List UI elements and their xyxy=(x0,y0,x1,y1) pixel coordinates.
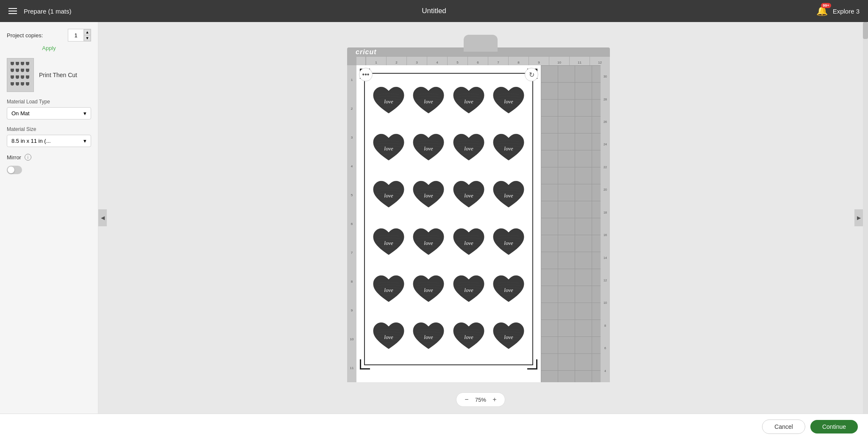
more-options-button[interactable]: ••• xyxy=(359,68,373,81)
material-load-type-dropdown[interactable]: On Mat ▾ xyxy=(7,107,91,119)
zoom-in-button[interactable]: + xyxy=(490,395,500,405)
heart-item: love xyxy=(490,173,527,218)
mat-preview-row: Print Then Cut xyxy=(7,58,91,92)
continue-button[interactable]: Continue xyxy=(810,420,858,433)
document-title: Untitled xyxy=(422,7,446,15)
cancel-button[interactable]: Cancel xyxy=(762,420,805,434)
mat-container: cricut 1 2 3 4 5 6 7 xyxy=(98,22,863,414)
chevron-down-icon: ▾ xyxy=(83,110,86,117)
mirror-row: Mirror i xyxy=(7,154,91,161)
header: Prepare (1 mats) Untitled 🔔 99+ Explore … xyxy=(0,0,868,22)
heart-item: love xyxy=(410,220,447,265)
copies-input[interactable] xyxy=(68,29,83,41)
mat-white-area: ••• ↻ love xyxy=(356,65,541,382)
heart-item: love xyxy=(410,126,447,170)
heart-item: love xyxy=(410,173,447,218)
material-load-type-section: Material Load Type On Mat ▾ xyxy=(7,99,91,126)
project-copies-row: Project copies: ▲ ▼ xyxy=(7,29,91,42)
material-size-label: Material Size xyxy=(7,126,91,132)
svg-text:love: love xyxy=(464,98,473,104)
svg-text:love: love xyxy=(424,146,434,152)
heart-item: love xyxy=(370,315,407,359)
heart-item: love xyxy=(490,79,527,123)
toggle-knob xyxy=(8,167,14,173)
heart-item: love xyxy=(450,267,487,312)
material-load-type-label: Material Load Type xyxy=(7,99,91,105)
heart-item: love xyxy=(370,79,407,123)
heart-item: love xyxy=(450,220,487,265)
heart-item: love xyxy=(370,126,407,170)
svg-text:love: love xyxy=(504,98,513,104)
svg-text:love: love xyxy=(424,193,434,199)
svg-text:love: love xyxy=(464,240,473,246)
svg-text:love: love xyxy=(384,98,393,104)
mat-body: cricut 1 2 3 4 5 6 7 xyxy=(347,47,610,382)
ruler-top: 1 2 3 4 5 6 7 8 9 10 11 xyxy=(356,57,610,65)
heart-item: love xyxy=(450,79,487,123)
project-copies-label: Project copies: xyxy=(7,32,43,39)
svg-text:love: love xyxy=(424,98,434,104)
header-right: 🔔 99+ Explore 3 xyxy=(816,6,860,17)
hearts-grid: love love love xyxy=(365,74,532,364)
copies-down-arrow[interactable]: ▼ xyxy=(84,35,91,41)
mirror-toggle[interactable] xyxy=(7,166,22,174)
chevron-down-icon-size: ▾ xyxy=(83,138,86,144)
print-area: ••• ↻ love xyxy=(364,73,533,365)
heart-item: love xyxy=(490,220,527,265)
heart-item: love xyxy=(410,315,447,359)
refresh-button[interactable]: ↻ xyxy=(525,68,538,81)
svg-text:love: love xyxy=(464,193,473,199)
svg-text:love: love xyxy=(384,334,393,340)
heart-item: love xyxy=(410,267,447,312)
svg-text:love: love xyxy=(424,240,434,246)
apply-button[interactable]: Apply xyxy=(7,45,91,51)
right-scrollbar[interactable] xyxy=(863,22,868,414)
heart-item: love xyxy=(450,173,487,218)
corner-bl xyxy=(360,359,370,370)
cricut-mat: cricut 1 2 3 4 5 6 7 xyxy=(347,35,614,382)
menu-icon[interactable] xyxy=(8,8,17,14)
notification-bell[interactable]: 🔔 99+ xyxy=(816,6,828,17)
mirror-label: Mirror xyxy=(7,154,21,161)
heart-item: love xyxy=(490,267,527,312)
svg-text:love: love xyxy=(384,287,393,293)
copies-up-arrow[interactable]: ▲ xyxy=(84,29,91,35)
corner-br xyxy=(527,359,537,370)
mat-gray-area xyxy=(541,65,610,382)
zoom-level: 75% xyxy=(475,397,486,403)
material-size-dropdown[interactable]: 8.5 in x 11 in (... ▾ xyxy=(7,135,91,147)
ruler-side: 1 2 3 4 5 6 7 8 9 10 11 xyxy=(347,65,356,382)
notification-badge: 99+ xyxy=(821,3,831,8)
main-content: Project copies: ▲ ▼ Apply xyxy=(0,22,868,414)
gray-grid xyxy=(541,65,610,382)
svg-text:love: love xyxy=(384,240,393,246)
material-size-section: Material Size 8.5 in x 11 in (... ▾ xyxy=(7,126,91,147)
svg-text:love: love xyxy=(504,287,513,293)
heart-item: love xyxy=(370,173,407,218)
heart-item: love xyxy=(410,79,447,123)
svg-text:love: love xyxy=(504,240,513,246)
sidebar: Project copies: ▲ ▼ Apply xyxy=(0,22,98,414)
heart-item: love xyxy=(370,267,407,312)
svg-text:love: love xyxy=(464,146,473,152)
ruler-side-right: 30 28 26 24 22 20 18 16 14 12 10 8 6 4 xyxy=(601,65,610,382)
svg-text:love: love xyxy=(464,334,473,340)
zoom-out-button[interactable]: − xyxy=(462,395,472,405)
mat-thumbnail xyxy=(7,58,34,92)
mirror-info-icon[interactable]: i xyxy=(25,154,31,161)
svg-text:love: love xyxy=(504,193,513,199)
mat-handle xyxy=(464,35,498,52)
svg-text:love: love xyxy=(504,146,513,152)
prepare-title: Prepare (1 mats) xyxy=(24,8,72,15)
heart-item: love xyxy=(450,315,487,359)
svg-text:love: love xyxy=(464,287,473,293)
svg-text:love: love xyxy=(384,146,393,152)
heart-item: love xyxy=(450,126,487,170)
cricut-logo: cricut xyxy=(356,48,377,56)
canvas-area: ◀ ▶ cricut 1 2 xyxy=(98,22,863,414)
svg-text:love: love xyxy=(504,334,513,340)
machine-label: Explore 3 xyxy=(833,8,860,15)
scroll-handle xyxy=(863,22,868,39)
zoom-controls: − 75% + xyxy=(456,392,505,407)
svg-text:love: love xyxy=(424,287,434,293)
